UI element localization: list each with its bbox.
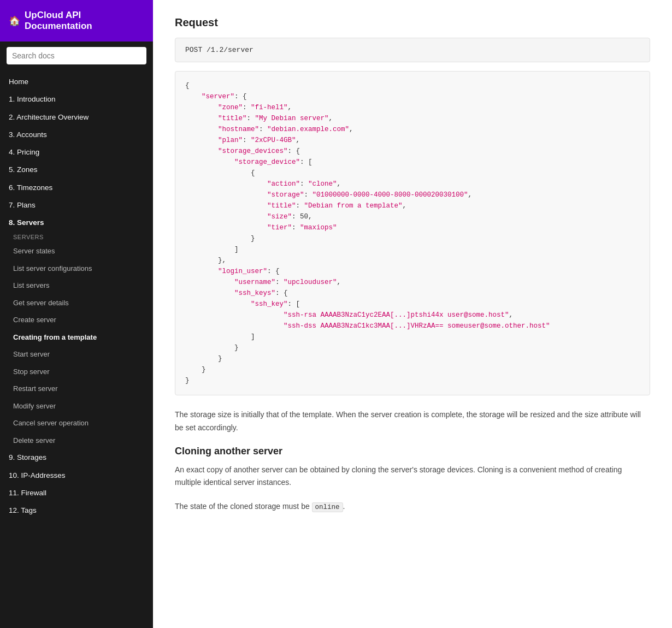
request-title: Request <box>175 16 650 29</box>
sidebar-item-servers[interactable]: 8. Servers <box>0 214 153 232</box>
sidebar-item-delete-server[interactable]: Delete server <box>0 432 153 449</box>
home-icon: 🏠 <box>9 15 20 27</box>
sidebar-item-firewall[interactable]: 11. Firewall <box>0 484 153 502</box>
main-content: Request POST /1.2/server { "server": { "… <box>153 0 672 628</box>
nav-section: Home1. Introduction2. Architecture Overv… <box>0 70 153 523</box>
sidebar-item-list-server-configs[interactable]: List server configurations <box>0 260 153 277</box>
cloned-storage-suffix: . <box>343 502 345 511</box>
sidebar-item-zones[interactable]: 5. Zones <box>0 161 153 179</box>
sidebar-item-plans[interactable]: 7. Plans <box>0 197 153 214</box>
sidebar-item-creating-from-template[interactable]: Creating from a template <box>0 329 153 346</box>
sidebar-item-tags[interactable]: 12. Tags <box>0 502 153 519</box>
cloned-storage-prefix: The state of the cloned storage must be <box>175 502 312 511</box>
cloning-title: Cloning another server <box>175 446 650 457</box>
sidebar-item-create-server[interactable]: Create server <box>0 311 153 329</box>
sidebar-item-ip-addresses[interactable]: 10. IP-Addresses <box>0 467 153 484</box>
sidebar-item-server-states[interactable]: Server states <box>0 242 153 260</box>
cloned-storage-inline: online <box>312 502 343 512</box>
sidebar-item-arch[interactable]: 2. Architecture Overview <box>0 109 153 126</box>
sidebar-item-intro[interactable]: 1. Introduction <box>0 91 153 108</box>
cloned-storage-note: The state of the cloned storage must be … <box>175 500 650 513</box>
brand-title: UpCloud API Documentation <box>25 10 144 32</box>
servers-label[interactable]: SERVERS <box>0 232 153 242</box>
sidebar-item-home[interactable]: Home <box>0 73 153 91</box>
sidebar-item-get-server-details[interactable]: Get server details <box>0 294 153 312</box>
endpoint-block: POST /1.2/server <box>175 38 650 62</box>
sidebar-item-timezones[interactable]: 6. Timezones <box>0 179 153 197</box>
endpoint-text: POST /1.2/server <box>185 46 254 54</box>
storage-note: The storage size is initially that of th… <box>175 408 650 435</box>
sidebar: 🏠 UpCloud API Documentation Home1. Intro… <box>0 0 153 628</box>
sidebar-header: 🏠 UpCloud API Documentation <box>0 0 153 42</box>
sidebar-item-restart-server[interactable]: Restart server <box>0 380 153 398</box>
search-box[interactable] <box>7 47 146 64</box>
search-input[interactable] <box>12 51 141 60</box>
request-code-block: { "server": { "zone": "fi-hel1", "title"… <box>175 71 650 395</box>
sidebar-item-list-servers[interactable]: List servers <box>0 277 153 294</box>
sidebar-item-storages[interactable]: 9. Storages <box>0 449 153 466</box>
cloning-desc: An exact copy of another server can be o… <box>175 464 650 490</box>
sidebar-item-cancel-server-op[interactable]: Cancel server operation <box>0 414 153 432</box>
sidebar-item-start-server[interactable]: Start server <box>0 346 153 363</box>
sidebar-item-accounts[interactable]: 3. Accounts <box>0 126 153 144</box>
sidebar-item-modify-server[interactable]: Modify server <box>0 398 153 415</box>
sidebar-item-stop-server[interactable]: Stop server <box>0 363 153 381</box>
sidebar-item-pricing[interactable]: 4. Pricing <box>0 144 153 161</box>
